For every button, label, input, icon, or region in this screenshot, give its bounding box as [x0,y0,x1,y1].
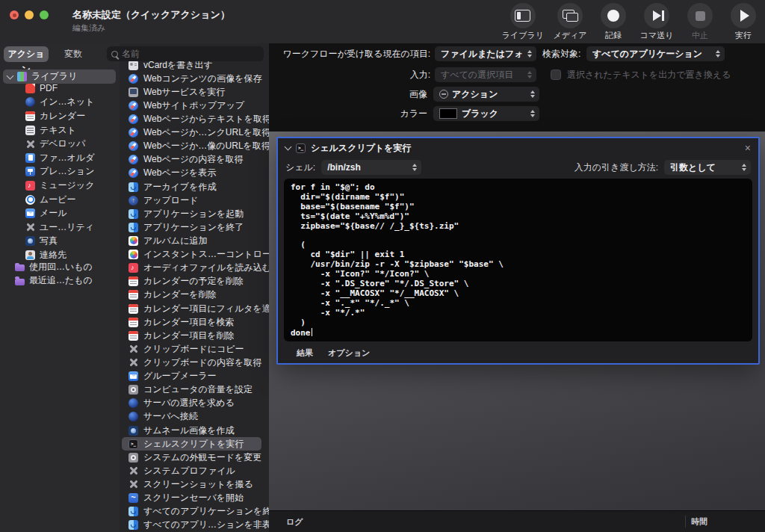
pass-input-dropdown[interactable]: 引数として [664,160,751,175]
record-icon [607,10,619,22]
script-editor[interactable]: for f in "$@"; do dir="$(dirname "$f")" … [284,179,752,341]
action-list-item[interactable]: オーディオファイルを読み込む [122,262,261,275]
action-list-item[interactable]: スクリーンセーバを開始 [122,492,261,505]
sidebar-item[interactable]: 写真 [0,235,120,249]
sidebar-item[interactable]: イン…ネット [0,96,120,110]
photos-icon [128,250,138,259]
sidebar-item[interactable]: PDF [0,81,120,96]
options-link[interactable]: オプション [328,347,370,359]
action-list-item[interactable]: カレンダー項目にフィルタを適用 [122,302,261,315]
action-list-item[interactable]: Webサービスを実行 [122,85,261,99]
action-list-item[interactable]: Webページの内容を取得 [122,153,261,167]
action-list-item-label: サーバの選択を求める [143,397,235,409]
action-list-item[interactable]: カレンダーを削除 [122,288,261,302]
action-list-item[interactable]: アップロード [122,194,261,207]
globe-icon [128,412,138,421]
toolbar-button[interactable]: ライブラリ [502,3,544,41]
action-list-item-label: サムネール画像を作成 [143,424,234,437]
action-list-item[interactable]: シェルスクリプトを実行 [122,437,261,451]
action-list-item[interactable]: スクリーンショットを撮る [122,477,261,491]
action-list-item[interactable]: カレンダーの予定を削除 [122,275,261,288]
action-list-item[interactable]: クリップボードにコピー [122,342,261,356]
chevron-down-icon[interactable] [7,72,14,79]
action-list-item[interactable]: システムの外観モードを変更 [122,451,261,464]
actions-pane: vCardを書き出す Webコンテンツの画像を保存 Webサービスを実行 Web… [120,43,270,532]
action-list-item[interactable]: コンピュータの音量を設定 [122,383,261,397]
action-list-item[interactable]: カレンダー項目を検索 [122,315,261,329]
action-list-item[interactable]: システムプロファイル [122,464,261,477]
zoom-button[interactable] [40,10,49,19]
action-list-item-label: システムプロファイル [143,465,235,477]
tab-variables[interactable]: 変数 [64,46,82,62]
chevron-down-icon[interactable] [285,143,292,151]
safari-icon [128,168,138,178]
action-list-item[interactable]: カレンダー項目を削除 [122,329,261,342]
action-list-item[interactable]: Webサイトポップアップ [122,99,261,112]
close-button[interactable] [10,10,19,19]
action-list-item-label: Webページか…ンクURLを取得 [143,126,270,139]
action-list-item[interactable]: アルバムに追加 [122,234,261,247]
tab-actions[interactable]: アクション [4,46,49,62]
workflow-receives-dropdown[interactable]: ファイルまたはフォルダ [435,46,536,61]
image-dropdown[interactable]: アクション [433,87,539,102]
action-list-item[interactable]: アプリケーションを終了 [122,220,261,234]
sidebar-item[interactable]: ユー…リティ [0,220,120,235]
action-list-item[interactable]: グループメーラー [122,370,261,383]
action-list-item[interactable]: Webコンテンツの画像を保存 [122,72,261,85]
action-list-item-label: すべてのアプリケーションを終了 [143,505,280,518]
sidebar-item[interactable]: ファ…オルダ [0,151,120,165]
toolbar-button[interactable]: 記録 [596,3,631,41]
action-list-item[interactable]: インスタントス…ーコントローラ [122,248,261,262]
sidebar-item[interactable]: 使用回…いもの [0,260,120,274]
color-swatch [439,108,457,119]
action-list-item[interactable]: すべてのアプリ…ションを非表示 [122,519,261,532]
sidebar-item[interactable]: 最近追…たもの [0,274,120,288]
sidebar-item[interactable]: ムービー [0,193,120,207]
action-header[interactable]: シェルスクリプトを実行 × [278,138,758,158]
quicktime-icon [25,195,35,205]
pass-input-label: 入力の引き渡し方法: [574,161,658,174]
automator-window: 名称未設定（クイックアクション） 編集済み ライブラリ メディア 記録 コマ送り… [0,0,765,532]
log-label[interactable]: ログ [286,511,303,532]
action-list-item[interactable]: アプリケーションを起動 [122,207,261,220]
sidebar-item[interactable]: テキスト [0,123,120,137]
close-action-icon[interactable]: × [745,143,751,153]
search-input[interactable] [122,49,259,59]
action-list-item-label: アップロード [143,194,198,207]
action-list-item[interactable]: サーバへ接続 [122,410,261,424]
search-scope-dropdown[interactable]: すべてのアプリケーション [586,46,725,61]
action-list-item[interactable]: サーバの選択を求める [122,397,261,410]
toolbar-button[interactable]: メディア [553,3,587,41]
action-list-item[interactable]: Webページを表示 [122,167,261,180]
action-list-item[interactable]: Webページからテキストを取得 [122,112,261,126]
search-field[interactable] [107,46,264,61]
sidebar-item[interactable]: メール [0,206,120,220]
log-bar: ログ 時間 [269,510,765,532]
toolbar-button[interactable]: 実行 [726,3,761,41]
toolbar-button[interactable]: コマ送り [639,3,674,41]
sidebar-item-label: メール [40,207,67,220]
window-edited-status: 編集済み [72,22,105,34]
stop-icon [696,11,705,21]
color-dropdown[interactable]: ブラック [433,106,539,121]
action-list-item[interactable]: Webページか…ンクURLを取得 [122,126,261,140]
sidebar-item[interactable]: カレンダー [0,109,120,123]
finder-icon [128,520,138,530]
toolbar-button[interactable]: 中止 [683,3,717,41]
minimize-button[interactable] [25,10,34,19]
sidebar-item[interactable]: プレ…ション [0,165,120,179]
script-text[interactable]: for f in "$@"; do dir="$(dirname "$f")" … [291,183,746,338]
safari-icon [128,155,138,164]
sidebar-item[interactable]: デベロッパ [0,137,120,151]
sidebar-item[interactable]: ミュージック [0,179,120,193]
shell-dropdown[interactable]: /bin/zsh [321,160,421,175]
window-title: 名称未設定（クイックアクション） [72,8,230,22]
action-list-item[interactable]: すべてのアプリケーションを終了 [122,505,261,519]
action-list-item[interactable]: クリップボードの内容を取得 [122,356,261,369]
action-list-item[interactable]: アーカイブを作成 [122,180,261,194]
camera-icon [128,426,138,436]
results-link[interactable]: 結果 [297,347,313,359]
action-list-item[interactable]: サムネール画像を作成 [122,424,261,437]
action-list-item[interactable]: Webページか…像のURLを取得 [122,140,261,153]
popup-chevrons-icon [737,164,746,171]
